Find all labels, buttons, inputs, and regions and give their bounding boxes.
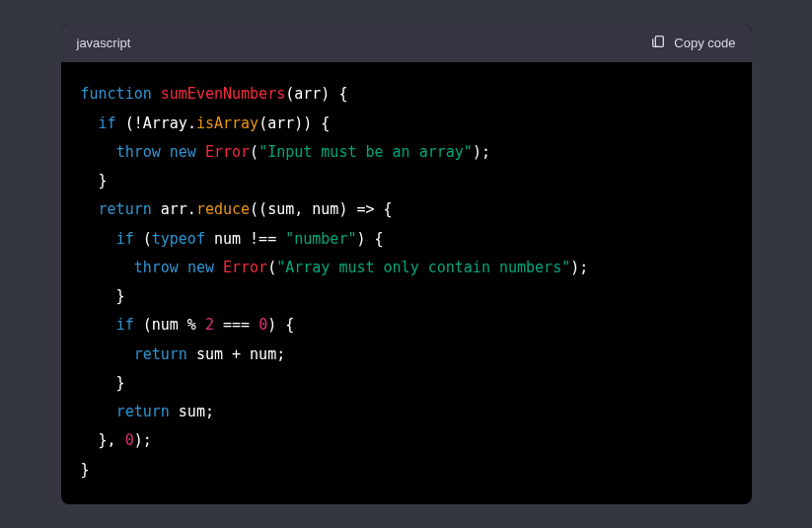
svg-rect-0 — [656, 37, 664, 47]
code-content: function sumEvenNumbers(arr) { if (!Arra… — [81, 85, 589, 478]
clipboard-icon — [650, 34, 666, 52]
language-label: javascript — [77, 36, 131, 50]
copy-code-button[interactable]: Copy code — [650, 34, 735, 52]
code-header: javascript Copy code — [61, 24, 752, 62]
code-body[interactable]: function sumEvenNumbers(arr) { if (!Arra… — [61, 62, 752, 504]
code-block: javascript Copy code function sumEvenNum… — [61, 24, 752, 504]
copy-code-label: Copy code — [674, 36, 735, 50]
